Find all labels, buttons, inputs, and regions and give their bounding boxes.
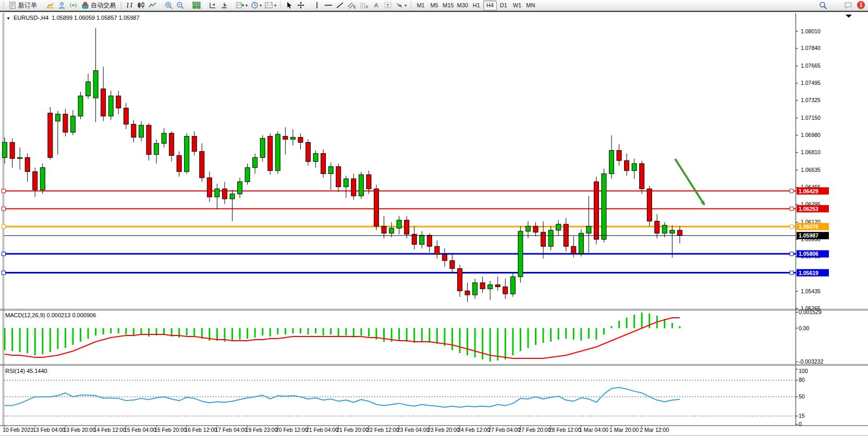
chart-symbol-period: EURUSD-,H4 [14,15,48,21]
period-button[interactable]: ▾ [249,1,263,10]
candle [245,168,250,182]
time-axis: 10 Feb 202313 Feb 04:0013 Feb 20:0014 Fe… [3,426,669,433]
add-indicator-button[interactable]: ▾ [235,1,249,10]
zoom-out-button[interactable] [175,1,186,10]
time-tick-label: 20 Feb 12:00 [276,427,308,433]
time-tick-label: 1 Mar 04:00 [579,427,608,433]
svg-text:E: E [353,5,356,9]
time-tick-label: 28 Feb 12:00 [549,427,581,433]
auto-scroll-button[interactable] [207,1,218,10]
candle [625,160,629,170]
notification-badge[interactable]: 1 [857,1,865,9]
notifications-button[interactable] [842,1,854,10]
candle [162,133,166,143]
timeframe-button-H1[interactable]: H1 [470,1,483,10]
candle [63,114,68,132]
macd-tick-label: 0.00 [799,325,810,331]
price-tick-label: 1.05435 [801,288,821,294]
candle [253,157,258,167]
zoom-in-icon [165,2,173,9]
line-handle [2,271,6,275]
signal-icon [69,2,77,9]
timeframe-button-MN[interactable]: MN [524,1,537,10]
timeframe-button-M1[interactable]: M1 [414,1,427,10]
main-toolbar: 新订单 自动交易 [0,0,868,11]
price-tick-label: 1.06810 [801,149,821,155]
text-label-button[interactable]: T [382,1,394,10]
price-lines: 1.064291.062531.060761.058061.05619 [2,188,829,277]
rsi-tick-label: 15 [799,413,805,419]
timeframe-button-H4[interactable]: H4 [483,1,497,10]
chart-canvas[interactable]: 1.080101.078401.076651.074951.073251.071… [0,12,868,436]
price-line-1.05806[interactable]: 1.05806 [2,250,829,257]
crosshair-button[interactable] [295,1,307,10]
new-order-button[interactable]: 新订单 [7,1,40,10]
candle [525,226,530,231]
price-tick-label: 1.07840 [801,45,821,51]
candle [609,151,614,174]
timeframe-button-M30[interactable]: M30 [455,1,469,10]
candlestick-chart-button[interactable] [136,1,147,10]
search-icon [819,2,827,9]
trendline-button[interactable] [334,1,346,10]
macd-axis: 0.0015290.00-0.003232 [796,309,824,365]
candle [55,114,60,121]
equidistant-channel-button[interactable]: E [346,1,358,10]
text-icon: A [373,2,380,9]
timeframe-button-W1[interactable]: W1 [510,1,524,10]
toolbar-grip[interactable] [3,2,5,9]
price-line-1.06429[interactable]: 1.06429 [2,188,829,195]
fibonacci-button[interactable]: F [358,1,371,10]
candle [518,231,523,277]
chart-menu-arrow-icon[interactable]: ▼ [6,16,10,21]
toolbar-grip[interactable] [279,2,282,9]
candlestick-chart-icon [137,2,145,9]
chart-shift-marker[interactable] [846,15,852,18]
price-line-1.05619[interactable]: 1.05619 [2,269,829,277]
timeframe-button-M5[interactable]: M5 [427,1,441,10]
price-tick-label: 1.06635 [801,167,821,173]
time-tick-label: 23 Feb 04:00 [397,427,430,433]
line-handle [790,252,793,256]
candle [230,194,235,199]
signal-button[interactable] [67,1,79,10]
candle [594,182,598,240]
profile-button[interactable] [56,1,67,10]
chart-frame [0,13,868,426]
toolbar-grip[interactable] [120,2,123,9]
timeframe-button-D1[interactable]: D1 [497,1,510,10]
arrow-annotation[interactable] [675,159,704,205]
line-chart-button[interactable] [147,1,158,10]
candle [3,142,7,157]
tile-windows-button[interactable] [191,1,202,10]
candle [366,175,371,189]
zoom-in-button[interactable] [163,1,175,10]
text-button[interactable]: A [371,1,382,10]
cursor-button[interactable] [284,1,295,10]
vertical-line-button[interactable] [311,1,323,10]
bar-chart-button[interactable] [124,1,136,10]
market-watch-button[interactable] [44,1,56,10]
chart-shift-button[interactable] [218,1,230,10]
price-line-1.06253[interactable]: 1.06253 [2,205,829,213]
svg-text:T: T [386,3,389,8]
profile-icon [58,2,66,9]
candle [579,233,583,254]
arrows-button[interactable]: ▾ [394,1,408,10]
timeframe-group: M1M5M15M30H1H4D1W1MN [414,1,537,10]
candle [207,178,212,197]
candle [146,125,151,154]
candle [185,136,189,172]
price-line-1.06076[interactable]: 1.06076 [2,223,829,230]
timeframe-button-M15[interactable]: M15 [441,1,455,10]
horizontal-line-button[interactable] [323,1,334,10]
autotrading-button[interactable]: 自动交易 [79,1,118,10]
candlestick-series [3,28,682,302]
toolbar-grip[interactable] [410,2,412,9]
macd-pane-splitter[interactable] [0,309,868,309]
candle [18,157,22,158]
time-tick-label: 14 Feb 12:00 [94,427,126,433]
rsi-pane-splitter[interactable] [0,364,868,365]
template-button[interactable]: ▾ [263,1,278,10]
search-button[interactable] [817,1,829,10]
